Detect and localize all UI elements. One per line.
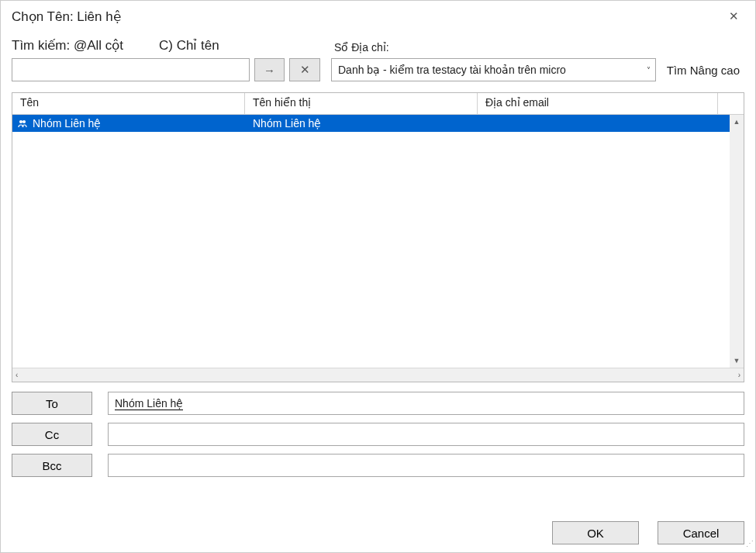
column-header-spacer <box>718 93 744 114</box>
bcc-button[interactable]: Bcc <box>12 454 92 477</box>
scroll-right-icon[interactable]: › <box>738 371 740 379</box>
column-header-name[interactable]: Tên <box>12 93 245 114</box>
group-icon <box>17 118 28 129</box>
close-button[interactable]: ✕ <box>720 2 747 30</box>
recipient-fields: To Nhóm Liên hệ Cc Bcc <box>12 392 744 477</box>
close-icon: ✕ <box>729 9 739 23</box>
go-button[interactable]: → <box>254 58 285 81</box>
x-icon: ✕ <box>300 63 310 77</box>
select-names-dialog: Chọn Tên: Liên hệ ✕ Tìm kiếm: @All cột C… <box>0 0 756 553</box>
address-book-select[interactable]: Danh bạ - kiểm tra testacy tài khoản trê… <box>331 58 656 81</box>
advanced-find-link[interactable]: Tìm Nâng cao <box>667 64 744 77</box>
dialog-footer: OK Cancel <box>552 521 744 544</box>
svg-point-1 <box>22 120 26 123</box>
cell-name: Nhóm Liên hệ <box>33 117 101 130</box>
results-list: Tên Tên hiển thị Địa chỉ email <box>12 92 744 382</box>
to-field[interactable]: Nhóm Liên hệ <box>108 392 744 415</box>
horizontal-scrollbar[interactable]: ‹ › <box>12 368 744 382</box>
search-block: Tìm kiếm: @All cột C) Chỉ tên → ✕ <box>12 37 320 81</box>
svg-point-0 <box>19 120 22 123</box>
ok-button[interactable]: OK <box>552 521 639 544</box>
clear-search-button[interactable]: ✕ <box>289 58 320 81</box>
cc-field[interactable] <box>108 423 744 446</box>
search-name-only-option[interactable]: C) Chỉ tên <box>159 37 219 54</box>
cancel-button[interactable]: Cancel <box>658 521 744 544</box>
resize-grip-icon[interactable]: ⋰ <box>744 541 754 551</box>
search-radio-labels: Tìm kiếm: @All cột C) Chỉ tên <box>12 37 320 54</box>
search-all-columns-option[interactable]: Tìm kiếm: @All cột <box>12 37 123 54</box>
chevron-down-icon: ˅ <box>647 66 651 74</box>
window-title: Chọn Tên: Liên hệ <box>12 9 121 25</box>
list-item[interactable]: Nhóm Liên hệ Nhóm Liên hệ <box>12 115 730 132</box>
scroll-down-icon[interactable]: ▼ <box>730 354 744 368</box>
rows-area[interactable]: Nhóm Liên hệ Nhóm Liên hệ <box>12 115 730 368</box>
cc-button[interactable]: Cc <box>12 423 92 446</box>
scroll-up-icon[interactable]: ▲ <box>730 115 744 129</box>
address-book-label: Sổ Địa chỉ: <box>331 41 744 54</box>
to-value: Nhóm Liên hệ <box>115 397 183 410</box>
to-button[interactable]: To <box>12 392 92 415</box>
address-book-block: Sổ Địa chỉ: Danh bạ - kiểm tra testacy t… <box>331 41 744 81</box>
arrow-right-icon: → <box>264 64 275 77</box>
column-header-display-name[interactable]: Tên hiển thị <box>245 93 478 114</box>
column-header-email[interactable]: Địa chỉ email <box>478 93 718 114</box>
search-input[interactable] <box>12 58 250 81</box>
address-book-value: Danh bạ - kiểm tra testacy tài khoản trê… <box>338 64 566 76</box>
scroll-left-icon[interactable]: ‹ <box>16 371 18 379</box>
title-bar: Chọn Tên: Liên hệ ✕ <box>1 1 755 32</box>
search-row: Tìm kiếm: @All cột C) Chỉ tên → ✕ Sổ Địa… <box>1 32 755 81</box>
cell-display-name: Nhóm Liên hệ <box>253 117 321 130</box>
bcc-field[interactable] <box>108 454 744 477</box>
vertical-scrollbar[interactable]: ▲ ▼ <box>730 115 744 368</box>
column-headers: Tên Tên hiển thị Địa chỉ email <box>12 93 744 115</box>
